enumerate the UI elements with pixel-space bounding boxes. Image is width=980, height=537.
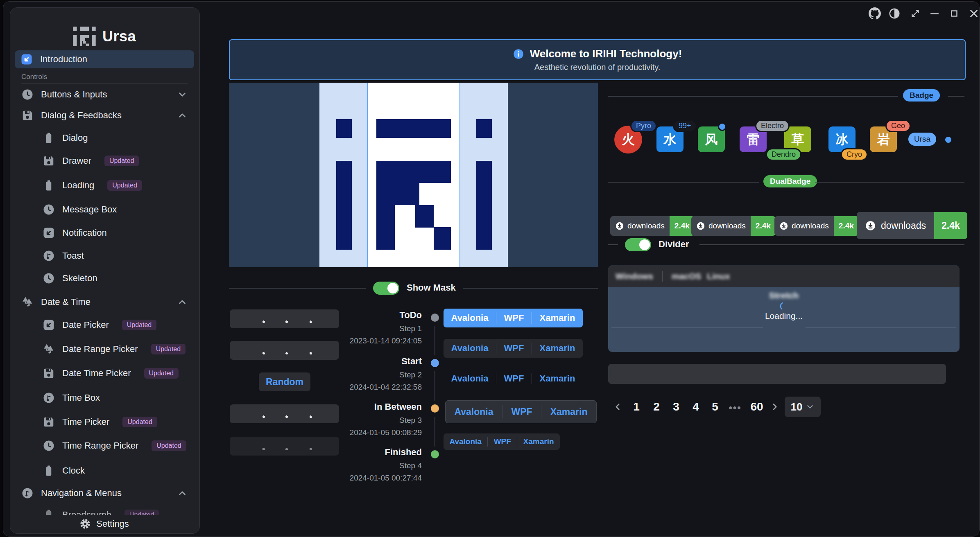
sidebar-item-date-range-picker[interactable]: Date Range Picker Updated (43, 340, 186, 358)
updated-badge: Updated (104, 156, 139, 166)
sidebar-item-date-time-picker[interactable]: Date Time Picker Updated (43, 364, 179, 382)
button-group-small[interactable]: Avalonia WPF Xamarin (444, 433, 560, 450)
maximize-icon (949, 8, 960, 19)
page-button-60[interactable]: 60 (745, 400, 768, 413)
page-button-1[interactable]: 1 (628, 400, 645, 413)
minimize-button[interactable] (926, 5, 943, 22)
sidebar-item-notification[interactable]: Notification (43, 224, 107, 242)
page-button-3[interactable]: 3 (668, 400, 684, 413)
app-window: Ursa Introduction Controls Buttons & Inp… (3, 1, 980, 537)
divider-line (608, 182, 759, 183)
page-button-5[interactable]: 5 (707, 400, 723, 413)
minimize-icon (928, 7, 941, 20)
show-mask-toggle[interactable] (373, 282, 399, 295)
sidebar-item-skeleton[interactable]: Skeleton (43, 269, 97, 287)
sidebar-item-date-time[interactable]: Date & Time (21, 293, 188, 311)
sidebar-item-breadcrumb-clipped[interactable]: Breadcrumb Updated (43, 506, 198, 515)
sidebar-item-navigation-menus[interactable]: Navigation & Menus (21, 484, 188, 502)
download-icon (779, 221, 788, 230)
pagination-prev-icon[interactable] (612, 402, 623, 412)
xamarin-button[interactable]: Xamarin (540, 373, 575, 384)
button-group-dark[interactable]: Avalonia WPF Xamarin (444, 339, 583, 358)
page-button-4[interactable]: 4 (688, 400, 704, 413)
github-button[interactable] (867, 5, 883, 22)
sidebar-item-dialog[interactable]: Dialog (43, 129, 88, 147)
expand-icon (910, 8, 921, 19)
avalonia-button[interactable]: Avalonia (451, 313, 489, 323)
xamarin-button[interactable]: Xamarin (540, 343, 575, 354)
tab-macos[interactable]: macOS (672, 271, 701, 281)
xamarin-button[interactable]: Xamarin (540, 313, 575, 323)
page-button-2[interactable]: 2 (648, 400, 665, 413)
sidebar-item-loading[interactable]: Loading Updated (43, 176, 142, 194)
arrow-square-icon (43, 319, 55, 331)
timeline-label: Finished (340, 447, 422, 458)
pagination-ellipsis[interactable]: ••• (726, 402, 745, 413)
pagination-next-icon[interactable] (770, 402, 780, 412)
dualbadge-section-header: DualBadge (763, 175, 817, 187)
panel-divider (806, 327, 956, 328)
settings-button[interactable]: Settings (10, 515, 199, 533)
button-group-solid[interactable]: Avalonia WPF Xamarin (444, 309, 583, 327)
trees-icon (21, 296, 34, 308)
theme-toggle-button[interactable] (886, 5, 903, 22)
button-group-ghost[interactable]: Avalonia WPF Xamarin (444, 369, 583, 388)
wpf-button[interactable]: WPF (494, 437, 511, 446)
divider-line (608, 96, 898, 97)
wpf-button[interactable]: WPF (504, 373, 524, 384)
tab-windows[interactable]: Windows (616, 271, 653, 281)
wpf-button[interactable]: WPF (504, 343, 524, 354)
divider-line (815, 182, 964, 183)
avalonia-button[interactable]: Avalonia (455, 406, 493, 417)
controls-section-header: Controls (21, 73, 47, 81)
sidebar-item-buttons-inputs[interactable]: Buttons & Inputs (21, 86, 188, 104)
wpf-button[interactable]: WPF (512, 406, 532, 417)
mask-dark-band (229, 83, 319, 267)
page-size-select[interactable]: 10 (785, 397, 821, 417)
tab-linux[interactable]: Linux (707, 271, 730, 281)
logo-glyph (376, 161, 451, 250)
sidebar-item-introduction[interactable]: Introduction (15, 50, 194, 68)
sidebar-item-time-box[interactable]: Time Box (43, 389, 100, 407)
sidebar-item-message-box[interactable]: Message Box (43, 201, 117, 219)
fullscreen-button[interactable] (907, 5, 923, 22)
avalonia-button[interactable]: Avalonia (449, 437, 482, 446)
divider-line (608, 244, 618, 245)
button-group-large[interactable]: Avalonia WPF Xamarin (445, 400, 597, 423)
floppy-icon (21, 109, 34, 122)
sidebar-item-date-picker[interactable]: Date Picker Updated (43, 316, 156, 334)
ip-input[interactable] (230, 404, 339, 423)
sidebar-item-time-range-picker[interactable]: Time Range Picker Updated (43, 437, 186, 455)
logo-pixel (476, 119, 492, 138)
timeline-date: 2023-01-14 09:24:05 (303, 336, 422, 345)
timeline-step: Step 4 (340, 461, 422, 470)
badge-99plus: 99+ (673, 120, 697, 132)
ip-input-disabled (230, 437, 339, 456)
mask-guide-line (459, 83, 460, 267)
avalonia-button[interactable]: Avalonia (451, 343, 489, 354)
sidebar-item-clock[interactable]: Clock (43, 462, 85, 480)
sidebar-item-drawer[interactable]: Drawer Updated (43, 152, 139, 170)
close-button[interactable] (966, 5, 980, 22)
badge-electro: Electro (755, 120, 790, 132)
sidebar-item-time-picker[interactable]: Time Picker Updated (43, 413, 157, 431)
sidebar-item-dialog-feedbacks[interactable]: Dialog & Feedbacks (21, 106, 188, 124)
maximize-button[interactable] (946, 5, 962, 22)
xamarin-button[interactable]: Xamarin (550, 406, 588, 417)
sidebar-item-toast[interactable]: Toast (43, 247, 84, 265)
ip-input[interactable] (230, 309, 339, 328)
toggle-knob (387, 283, 398, 293)
banner-title: Welcome to IRIHI Technology! (530, 47, 682, 60)
badge-cryo: Cryo (841, 148, 868, 161)
timeline-line (435, 371, 435, 401)
clock-icon (43, 272, 55, 284)
wpf-button[interactable]: WPF (504, 313, 524, 323)
download-icon (615, 221, 624, 230)
sidebar-item-label: Introduction (40, 54, 87, 65)
xamarin-button[interactable]: Xamarin (523, 437, 554, 446)
download-icon (696, 221, 705, 230)
masked-logo-image (229, 83, 598, 267)
divider-toggle[interactable] (625, 238, 651, 251)
timeline-date: 2024-01-05 00:08:29 (303, 428, 422, 437)
avalonia-button[interactable]: Avalonia (451, 373, 489, 384)
